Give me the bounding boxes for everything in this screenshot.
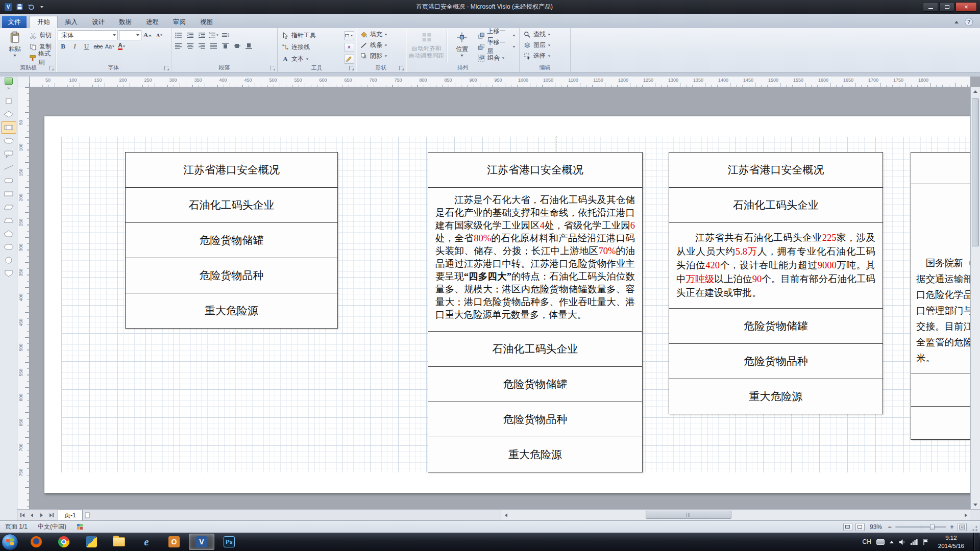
cut-button[interactable]: 剪切	[27, 30, 54, 41]
language-indicator[interactable]: CH	[862, 538, 871, 545]
font-size-combo[interactable]	[119, 30, 141, 40]
stencil-shape-pentagon[interactable]	[1, 228, 16, 240]
flow-shape[interactable]: 重大危险源	[669, 379, 883, 414]
stencil-shape-line[interactable]	[1, 161, 16, 173]
zoom-slider-thumb[interactable]	[930, 524, 935, 530]
vertical-ruler[interactable]: 5010015020025030035040045050055060065070…	[17, 87, 30, 509]
paragraph-dialog-launcher-icon[interactable]	[271, 66, 275, 70]
align-left-icon[interactable]	[173, 41, 184, 51]
insert-page-icon[interactable]	[83, 510, 94, 520]
stencil-shape-process[interactable]	[1, 121, 16, 134]
tab-design[interactable]: 设计	[85, 16, 112, 28]
vertical-scrollbar[interactable]	[970, 87, 980, 509]
flow-shape[interactable]: 重大危险源	[125, 293, 338, 329]
zoom-slider[interactable]	[895, 526, 946, 528]
zoom-out-icon[interactable]: −	[887, 523, 892, 531]
taskbar-visio-icon[interactable]: V	[189, 534, 214, 550]
stencil-shape-ellipse[interactable]	[1, 135, 16, 147]
minimize-ribbon-icon[interactable]	[952, 18, 961, 26]
scroll-right-icon[interactable]	[961, 510, 970, 520]
next-page-button[interactable]	[37, 510, 46, 520]
shape-tools-button[interactable]	[344, 31, 354, 40]
grow-font-button[interactable]: A	[142, 31, 153, 40]
line-spacing-icon[interactable]	[208, 30, 219, 40]
flow-shape[interactable]	[911, 152, 970, 184]
page-indicator[interactable]: 页面 1/1	[0, 521, 33, 533]
zoom-in-icon[interactable]: +	[949, 523, 954, 531]
flow-shape-header[interactable]: 江苏省港口安全概况	[669, 152, 883, 188]
taskbar-photoshop-icon[interactable]: Ps	[216, 534, 242, 550]
clipboard-dialog-launcher-icon[interactable]	[49, 66, 54, 70]
stencil-shape-circle[interactable]	[1, 254, 16, 266]
layers-button[interactable]: 图层	[521, 40, 569, 51]
maximize-button[interactable]	[939, 2, 954, 12]
flow-shape[interactable]: 危险货物储罐	[669, 308, 883, 344]
tab-insert[interactable]: 插入	[58, 16, 85, 28]
scroll-up-icon[interactable]	[971, 87, 980, 96]
underline-button[interactable]: U	[81, 41, 92, 51]
taskbar-outlook-icon[interactable]: O	[161, 534, 187, 550]
strikethrough-button[interactable]: abc	[93, 41, 104, 51]
format-painter-button[interactable]: 格式刷	[27, 53, 54, 63]
drawing-canvas[interactable]: 江苏省港口安全概况 石油化工码头企业 危险货物储罐 危险货物品种 重大危险源 江…	[30, 87, 970, 509]
app-icon[interactable]: V	[4, 3, 12, 11]
flow-shape-header[interactable]: 江苏省港口安全概况	[428, 152, 643, 188]
horizontal-scrollbar[interactable]	[501, 510, 970, 520]
text-direction-icon[interactable]	[220, 30, 231, 40]
taskbar-ie-icon[interactable]: e	[134, 534, 159, 550]
flow-shape[interactable]: 危险货物品种	[428, 402, 643, 437]
fullscreen-view-icon[interactable]	[855, 523, 865, 531]
bullets-icon[interactable]	[173, 30, 184, 40]
save-icon[interactable]	[15, 3, 23, 11]
stencil-shape-callout[interactable]	[1, 148, 16, 160]
scroll-down-icon[interactable]	[971, 500, 980, 509]
auto-align-button[interactable]: 自动对齐和 自动调整间距	[408, 29, 445, 64]
help-icon[interactable]: ?	[965, 18, 973, 26]
tab-file[interactable]: 文件	[2, 16, 27, 28]
stencil-shape-square[interactable]	[1, 95, 16, 107]
action-center-flag-icon[interactable]	[923, 539, 929, 545]
shadow-button[interactable]: 阴影	[358, 51, 404, 61]
language-status[interactable]: 中文(中国)	[33, 521, 71, 533]
taskbar-chrome-icon[interactable]	[51, 534, 77, 550]
flow-shape-paragraph[interactable]: 江苏是个石化大省，石油化工码头及其仓储是石化产业的基础支撑和生命线，依托沿江港口…	[428, 187, 643, 332]
tab-home[interactable]: 开始	[30, 16, 58, 28]
stencil-shape-shield[interactable]	[1, 267, 16, 280]
show-desktop-button[interactable]	[973, 533, 979, 551]
flow-shape-paragraph[interactable]: 江苏省共有石油化工码头企业225家，涉及从业人员大约5.8万人，拥有专业化石油化…	[669, 222, 883, 309]
taskbar-python-icon[interactable]	[79, 534, 104, 550]
increase-indent-icon[interactable]	[197, 30, 207, 40]
expand-shapes-panel-icon[interactable]: »	[7, 86, 10, 91]
flow-shape[interactable]: 危险货物品种	[669, 343, 883, 379]
tab-view[interactable]: 视图	[193, 16, 220, 28]
window-resize-grip[interactable]	[970, 522, 978, 532]
flow-shape[interactable]: 危险货物品种	[125, 258, 338, 293]
connector-tool-button[interactable]: 连接线	[279, 42, 312, 53]
horizontal-ruler[interactable]: 5010015020025030035040045050055060065070…	[30, 77, 970, 87]
network-icon[interactable]	[911, 539, 918, 545]
stencil-shape-rounded-rectangle[interactable]	[1, 174, 16, 187]
position-button[interactable]: 位置	[449, 29, 475, 64]
flow-shape[interactable]	[911, 373, 970, 407]
flow-shape[interactable]: 石油化工码头企业	[669, 187, 883, 223]
find-button[interactable]: 查找	[521, 29, 569, 40]
minimize-button[interactable]	[923, 2, 938, 12]
scroll-left-icon[interactable]	[501, 510, 510, 520]
flow-shape[interactable]: 重大危险源	[428, 437, 643, 472]
font-name-combo[interactable]: 宋体	[58, 30, 118, 40]
flow-shape[interactable]: 危险货物储罐	[125, 222, 338, 258]
keyboard-icon[interactable]	[876, 539, 885, 545]
fit-page-icon[interactable]	[958, 523, 967, 531]
stencil-header-icon[interactable]	[5, 78, 13, 85]
undo-icon[interactable]	[27, 3, 35, 11]
shape-dialog-launcher-icon[interactable]	[399, 66, 404, 70]
italic-button[interactable]: I	[69, 41, 80, 51]
align-center-icon[interactable]	[185, 41, 195, 51]
flow-shape[interactable]: 石油化工码头企业	[125, 187, 338, 223]
macro-status-icon[interactable]	[71, 521, 88, 533]
group-button[interactable]: 组合	[475, 53, 518, 63]
close-button[interactable]: ×	[955, 2, 977, 12]
fill-button[interactable]: 填充	[358, 29, 404, 40]
stencil-shape-trapezoid[interactable]	[1, 214, 16, 227]
select-button[interactable]: 选择	[521, 51, 569, 61]
